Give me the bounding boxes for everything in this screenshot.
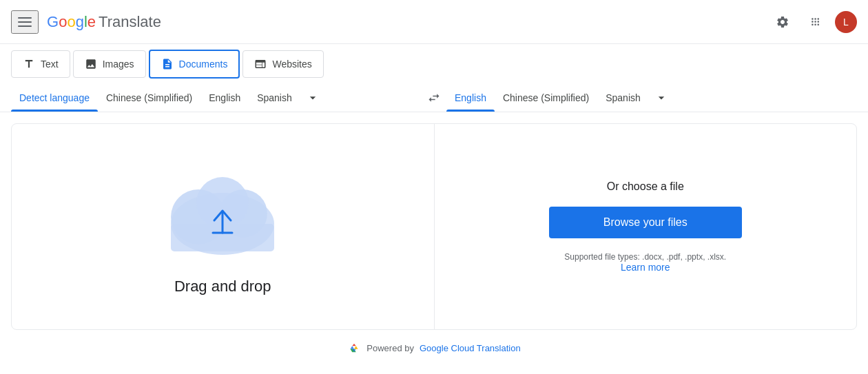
translate-panel: Drag and drop Or choose a file Browse yo…: [11, 123, 857, 330]
target-lang-section: English Chinese (Simplified) Spanish: [446, 84, 857, 112]
browse-files-button[interactable]: Browse your files: [549, 207, 742, 238]
chevron-down-icon: [306, 91, 320, 105]
google-cloud-translation-link[interactable]: Google Cloud Translation: [420, 343, 521, 353]
logo-google-text: Google: [47, 13, 96, 31]
source-spanish-btn[interactable]: Spanish: [249, 84, 300, 112]
source-english-btn[interactable]: English: [200, 84, 249, 112]
cloud-upload-icon: [154, 158, 291, 262]
target-spanish-btn[interactable]: Spanish: [597, 84, 649, 112]
target-english-btn[interactable]: English: [446, 84, 495, 112]
powered-by-text: Powered by: [366, 343, 414, 353]
target-more-languages-btn[interactable]: [649, 85, 674, 110]
tab-images[interactable]: Images: [73, 50, 146, 78]
apps-icon: [809, 15, 823, 29]
google-cloud-icon: [347, 341, 361, 355]
upload-cloud: [154, 158, 291, 264]
supported-types: Supported file types: .docx, .pdf, .pptx…: [564, 252, 726, 273]
header: Google Translate L: [0, 0, 868, 44]
or-choose-text: Or choose a file: [607, 180, 684, 193]
menu-button[interactable]: [11, 10, 39, 34]
learn-more-link[interactable]: Learn more: [564, 262, 726, 273]
tab-text[interactable]: Text: [11, 50, 70, 78]
settings-button[interactable]: [769, 8, 796, 36]
source-chinese-simplified-btn[interactable]: Chinese (Simplified): [98, 84, 200, 112]
language-bar: Detect language Chinese (Simplified) Eng…: [0, 84, 868, 112]
header-left: Google Translate: [11, 10, 769, 34]
documents-icon: [161, 58, 174, 70]
chevron-down-icon-target: [654, 91, 668, 105]
target-chinese-simplified-btn[interactable]: Chinese (Simplified): [495, 84, 597, 112]
logo-translate-text: Translate: [99, 13, 161, 31]
source-lang-section: Detect language Chinese (Simplified) Eng…: [11, 84, 422, 112]
source-more-languages-btn[interactable]: [300, 85, 325, 110]
header-right: L: [769, 8, 857, 36]
gear-icon: [776, 15, 789, 29]
main-content: Drag and drop Or choose a file Browse yo…: [0, 112, 868, 374]
websites-icon: [254, 58, 267, 70]
swap-languages-btn[interactable]: [422, 85, 446, 110]
tab-websites[interactable]: Websites: [242, 50, 323, 78]
tab-documents[interactable]: Documents: [149, 50, 240, 79]
target-panel: Or choose a file Browse your files Suppo…: [435, 124, 857, 329]
text-icon: [23, 58, 35, 70]
source-panel: Drag and drop: [12, 124, 435, 329]
avatar[interactable]: L: [835, 11, 857, 33]
swap-icon: [427, 91, 441, 105]
apps-button[interactable]: [802, 8, 829, 36]
images-icon: [85, 58, 97, 70]
detect-language-btn[interactable]: Detect language: [11, 84, 98, 112]
tabs-bar: Text Images Documents Websites: [0, 44, 868, 79]
drag-drop-label: Drag and drop: [174, 278, 271, 295]
logo[interactable]: Google Translate: [47, 13, 161, 31]
powered-by-footer: Powered by Google Cloud Translation: [11, 330, 857, 366]
